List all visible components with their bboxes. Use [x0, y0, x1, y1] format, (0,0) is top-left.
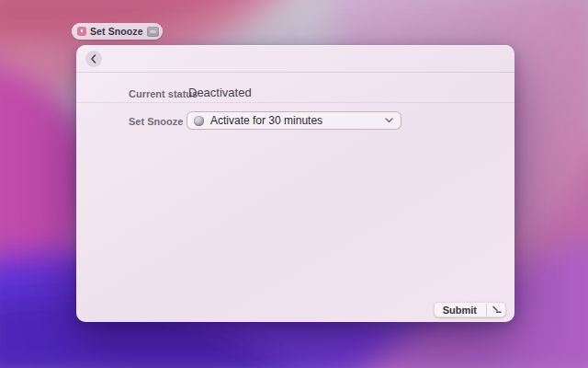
form: Current status Deactivated Set Snooze Ac…: [76, 73, 514, 322]
breadcrumb-label: Set Snooze: [90, 26, 143, 37]
submit-button[interactable]: Submit: [434, 302, 506, 317]
desktop: Set Snooze Current status Deactivated Se…: [0, 0, 588, 368]
window-header: [76, 45, 514, 73]
back-button[interactable]: [85, 51, 102, 67]
row-divider: [76, 102, 514, 103]
status-value: Deactivated: [188, 85, 252, 100]
snooze-label: Set Snooze: [129, 115, 183, 128]
command-icon: [77, 27, 86, 36]
dropdown-selected-value: Activate for 30 minutes: [210, 114, 379, 127]
chevron-left-icon: [91, 54, 96, 63]
keyboard-badge-icon: [147, 27, 159, 37]
status-label: Current status: [129, 87, 198, 100]
app-window: Current status Deactivated Set Snooze Ac…: [76, 45, 514, 322]
chevron-down-icon: [385, 118, 393, 123]
snooze-dropdown[interactable]: Activate for 30 minutes: [187, 111, 401, 130]
clock-icon: [194, 116, 204, 126]
submit-label: Submit: [434, 302, 486, 317]
badge-slot: [150, 30, 156, 34]
breadcrumb[interactable]: Set Snooze: [72, 23, 163, 40]
return-key-icon: [487, 302, 506, 317]
